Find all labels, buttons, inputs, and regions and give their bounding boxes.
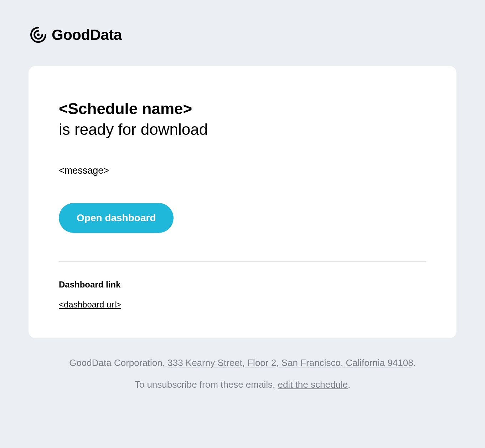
edit-schedule-link[interactable]: edit the schedule <box>278 379 348 390</box>
open-dashboard-button[interactable]: Open dashboard <box>59 203 174 233</box>
unsubscribe-suffix: . <box>348 379 350 390</box>
message-text: <message> <box>59 165 426 176</box>
footer-unsubscribe-line: To unsubscribe from these emails, edit t… <box>43 378 442 392</box>
schedule-name: <Schedule name> <box>59 100 426 118</box>
email-container: GoodData <Schedule name> is ready for do… <box>0 0 485 421</box>
divider <box>59 261 426 262</box>
svg-point-0 <box>37 34 40 36</box>
unsubscribe-prefix: To unsubscribe from these emails, <box>135 379 278 390</box>
dashboard-link-label: Dashboard link <box>59 280 426 290</box>
gooddata-logo-icon <box>29 25 48 45</box>
company-name: GoodData Corporation, <box>69 357 167 368</box>
logo: GoodData <box>29 25 456 45</box>
logo-text: GoodData <box>52 26 122 44</box>
email-card: <Schedule name> is ready for download <m… <box>29 66 456 338</box>
address-link[interactable]: 333 Kearny Street, Floor 2, San Francisc… <box>167 357 413 368</box>
ready-text: is ready for download <box>59 121 426 138</box>
footer-address-line: GoodData Corporation, 333 Kearny Street,… <box>43 356 442 370</box>
dashboard-url-link[interactable]: <dashboard url> <box>59 300 121 309</box>
footer: GoodData Corporation, 333 Kearny Street,… <box>29 356 456 392</box>
address-suffix: . <box>413 357 416 368</box>
